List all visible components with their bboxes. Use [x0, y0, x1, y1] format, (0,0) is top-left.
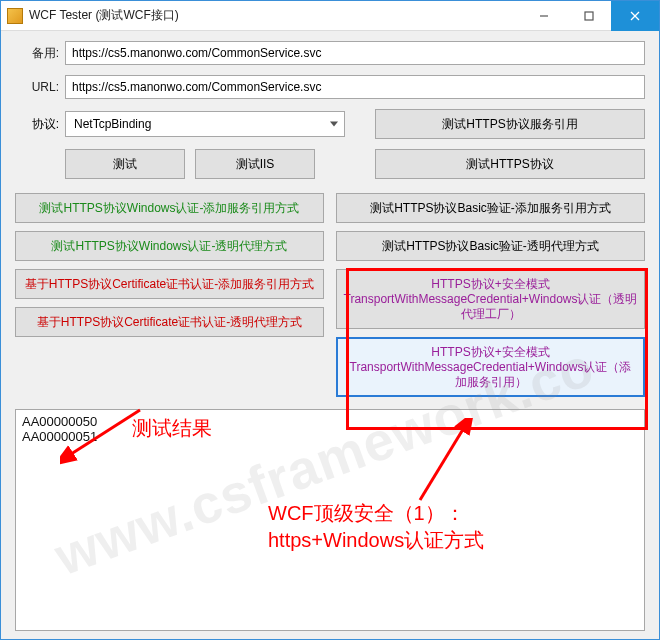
app-icon — [7, 8, 23, 24]
https-cert-ref-button[interactable]: 基于HTTPS协议Certificate证书认证-添加服务引用方式 — [15, 269, 324, 299]
test-button[interactable]: 测试 — [65, 149, 185, 179]
protocol-label: 协议: — [15, 116, 65, 133]
window-title: WCF Tester (测试WCF接口) — [29, 7, 179, 24]
maximize-button[interactable] — [566, 1, 611, 31]
result-line: AA00000050 — [22, 414, 97, 429]
url-input[interactable] — [65, 75, 645, 99]
https-sec-win-ref-button[interactable]: HTTPS协议+安全模式TransportWithMessageCredenti… — [336, 337, 645, 397]
test-https-service-ref-button[interactable]: 测试HTTPS协议服务引用 — [375, 109, 645, 139]
results-textbox[interactable]: AA00000050 AA00000051 — [15, 409, 645, 631]
app-window: WCF Tester (测试WCF接口) 备用: URL: 协议: NetTcp… — [0, 0, 660, 640]
result-line: AA00000051 — [22, 429, 97, 444]
titlebar: WCF Tester (测试WCF接口) — [1, 1, 659, 31]
protocol-value: NetTcpBinding — [74, 117, 151, 131]
backup-label: 备用: — [15, 45, 65, 62]
https-win-auth-ref-button[interactable]: 测试HTTPS协议Windows认证-添加服务引用方式 — [15, 193, 324, 223]
test-https-protocol-button[interactable]: 测试HTTPS协议 — [375, 149, 645, 179]
close-button[interactable] — [611, 1, 659, 31]
minimize-button[interactable] — [521, 1, 566, 31]
svg-rect-1 — [585, 12, 593, 20]
https-cert-proxy-button[interactable]: 基于HTTPS协议Certificate证书认证-透明代理方式 — [15, 307, 324, 337]
https-win-auth-proxy-button[interactable]: 测试HTTPS协议Windows认证-透明代理方式 — [15, 231, 324, 261]
url-label: URL: — [15, 80, 65, 94]
chevron-down-icon — [330, 122, 338, 127]
protocol-select[interactable]: NetTcpBinding — [65, 111, 345, 137]
client-area: 备用: URL: 协议: NetTcpBinding 测试HTTPS协议服务引用… — [1, 31, 659, 639]
https-basic-auth-proxy-button[interactable]: 测试HTTPS协议Basic验证-透明代理方式 — [336, 231, 645, 261]
https-sec-win-proxy-button[interactable]: HTTPS协议+安全模式TransportWithMessageCredenti… — [336, 269, 645, 329]
backup-input[interactable] — [65, 41, 645, 65]
test-iis-button[interactable]: 测试IIS — [195, 149, 315, 179]
https-basic-auth-ref-button[interactable]: 测试HTTPS协议Basic验证-添加服务引用方式 — [336, 193, 645, 223]
